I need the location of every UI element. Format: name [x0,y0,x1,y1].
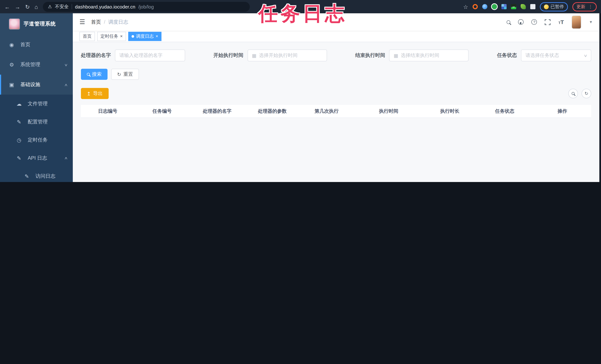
job-log-table: 日志编号任务编号处理器的名字处理器的参数第几次执行执行时间执行时长任务状态操作 [81,105,591,118]
breadcrumb: 首页 / 调度日志 [91,19,128,25]
divider [72,4,72,9]
start-time-input[interactable]: ▦ 选择开始执行时间 [247,50,327,61]
tabs-bar: 首页 定时任务 × 调度日志 × [73,31,599,42]
extension-grid-icon[interactable] [501,4,507,9]
extension-puzzle-icon[interactable] [530,4,535,9]
sidebar-menu: ◉首页⚙系统管理∨▣基础设施∧☁文件管理✎配置管理◷定时任务✎API 日志∧✎访… [0,35,73,182]
tab-scheduled-jobs[interactable]: 定时任务 × [97,32,126,41]
sidebar-item-label: API 日志 [28,155,47,161]
fullscreen-icon[interactable] [545,19,551,25]
api-log-icon: ✎ [16,155,22,161]
sidebar-item-label: 文件管理 [28,100,48,107]
file-manage-icon: ☁ [16,101,22,107]
sidebar-item-2[interactable]: ▣基础设施∧ [0,75,73,95]
job-status-select[interactable]: 请选择任务状态 ∨ [521,50,591,61]
browser-update-button[interactable]: 更新 ⋮ [572,2,597,11]
extension-on-badge-icon[interactable]: on [511,4,516,9]
back-icon[interactable]: ← [4,4,10,10]
main-area: ☰ 首页 / 调度日志 ? TT ▼ 首页 定时任务 × [73,13,599,182]
warning-icon: ⚠ [48,4,52,9]
tab-home[interactable]: 首页 [80,32,95,41]
extension-orange-icon[interactable] [473,4,478,9]
sidebar-item-label: 首页 [20,41,30,48]
column-header: 执行时长 [424,105,476,118]
active-dot [131,35,134,38]
end-time-input[interactable]: ▦ 选择结束执行时间 [389,50,469,61]
url-host: dashboard.yudao.iocoder.cn [75,4,135,10]
sidebar-item-6[interactable]: ✎API 日志∧ [0,149,73,167]
extension-leaf-icon[interactable] [521,4,526,9]
close-icon[interactable]: × [156,34,158,39]
app-title: 芋道管理系统 [24,21,56,27]
calendar-icon: ▦ [252,53,256,58]
column-header: 操作 [534,105,591,118]
refresh-icon: ↻ [117,71,121,77]
handler-name-label: 处理器的名字 [81,52,111,59]
search-icon[interactable] [507,20,511,24]
github-icon[interactable] [518,19,524,25]
export-button[interactable]: ↥ 导出 [81,88,109,99]
gear-icon: ⚙ [9,62,15,68]
recorder-paused-badge[interactable]: 已暂停 [540,2,568,11]
collapse-sidebar-icon[interactable]: ☰ [80,18,85,26]
address-bar[interactable]: ⚠ 不安全 dashboard.yudao.iocoder.cn/job/log [43,2,250,12]
forward-icon[interactable]: → [15,4,20,10]
user-avatar[interactable] [572,15,581,29]
sidebar-item-0[interactable]: ◉首页 [0,35,73,55]
tab-label: 首页 [83,33,92,39]
handler-name-input[interactable]: 请输入处理器的名字 [115,50,185,61]
column-header: 执行时间 [353,105,424,118]
sidebar-item-label: 访问日志 [35,173,55,179]
font-size-icon[interactable]: TT [559,19,564,25]
sidebar-item-7[interactable]: ✎访问日志 [0,167,73,182]
infrastructure-icon: ▣ [9,82,15,88]
sidebar-item-label: 系统管理 [20,61,40,68]
home-icon[interactable]: ⌂ [35,4,38,10]
sidebar-item-5[interactable]: ◷定时任务 [0,131,73,149]
scrollbar[interactable] [599,13,601,182]
paused-label: 已暂停 [551,3,564,10]
search-button[interactable]: 搜索 [81,69,108,80]
sidebar-item-label: 基础设施 [20,81,40,88]
access-log-icon: ✎ [24,173,30,179]
table-toolbar: ↥ 导出 ↻ [81,88,591,99]
sidebar-item-label: 配置管理 [28,118,48,125]
sidebar: 芋道管理系统 ◉首页⚙系统管理∨▣基础设施∧☁文件管理✎配置管理◷定时任务✎AP… [0,13,73,182]
end-time-label: 结束执行时间 [355,52,385,59]
column-header: 任务状态 [476,105,534,118]
close-icon[interactable]: × [120,34,123,39]
timer-task-icon: ◷ [16,137,22,143]
refresh-table-button[interactable]: ↻ [581,89,591,98]
sidebar-item-label: 定时任务 [28,137,48,143]
reset-button[interactable]: ↻ 重置 [111,69,139,80]
help-icon[interactable]: ? [531,19,537,25]
tab-job-log[interactable]: 调度日志 × [128,32,161,41]
security-label[interactable]: 不安全 [55,3,69,10]
table-header-row: 日志编号任务编号处理器的名字处理器的参数第几次执行执行时间执行时长任务状态操作 [81,105,591,118]
chevron-down-icon: ∨ [583,53,588,58]
column-header: 处理器的名字 [190,105,245,118]
tab-label: 调度日志 [136,33,154,39]
sidebar-item-3[interactable]: ☁文件管理 [0,95,73,113]
breadcrumb-current: 调度日志 [108,19,128,25]
page-content: 处理器的名字 请输入处理器的名字 开始执行时间 ▦ 选择开始执行时间 结束执行时… [73,42,599,118]
extension-blue-icon[interactable] [482,4,487,9]
breadcrumb-separator: / [104,19,106,25]
kebab-menu-icon[interactable]: ⋮ [588,4,593,9]
chevron-down-icon[interactable]: ▼ [589,20,593,24]
chevron-up-icon: ∧ [64,156,68,160]
toggle-search-button[interactable] [568,89,578,98]
search-icon [87,73,90,76]
tab-label: 定时任务 [100,33,118,39]
column-header: 日志编号 [81,105,134,118]
reload-icon[interactable]: ↻ [25,4,30,10]
sidebar-item-4[interactable]: ✎配置管理 [0,113,73,131]
bookmark-star-icon[interactable]: ☆ [463,4,468,10]
breadcrumb-home[interactable]: 首页 [91,19,101,25]
column-header: 处理器的参数 [245,105,300,118]
app-logo[interactable]: 芋道管理系统 [0,13,73,35]
watermark-annotation: 任务日志 [258,1,347,27]
extension-green-y-icon[interactable] [492,4,497,9]
sidebar-item-1[interactable]: ⚙系统管理∨ [0,55,73,75]
filter-form: 处理器的名字 请输入处理器的名字 开始执行时间 ▦ 选择开始执行时间 结束执行时… [81,50,591,61]
